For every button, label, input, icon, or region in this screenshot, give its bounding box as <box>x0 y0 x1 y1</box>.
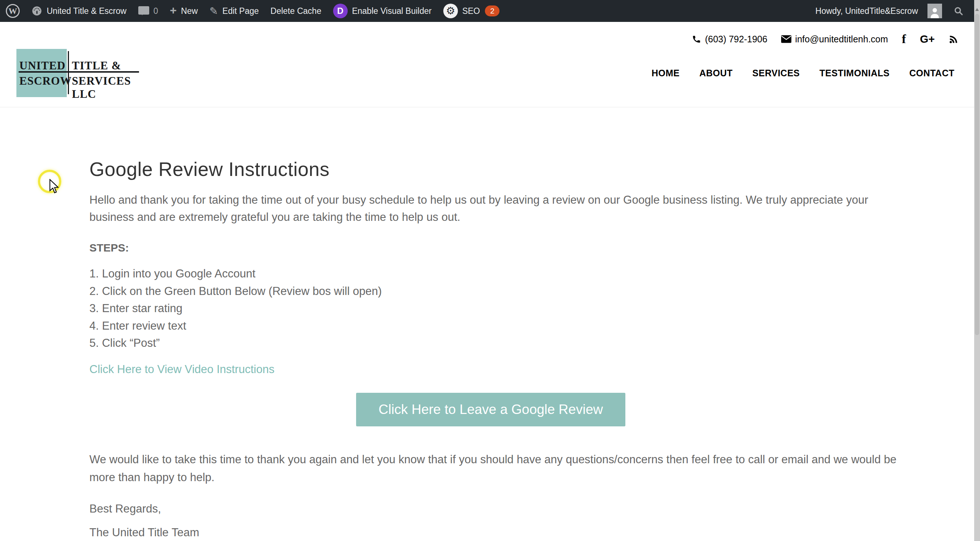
delete-cache-label: Delete Cache <box>270 6 321 16</box>
delete-cache-menu[interactable]: Delete Cache <box>264 0 327 22</box>
step-4: 4. Enter review text <box>89 317 907 335</box>
comments-count: 0 <box>154 6 158 16</box>
howdy-label: Howdy, UnitedTitle&Escrow <box>815 6 918 16</box>
facebook-icon[interactable]: f <box>902 32 906 46</box>
video-instructions-link[interactable]: Click Here to View Video Instructions <box>89 363 274 376</box>
outro-paragraph: We would like to take this time to thank… <box>89 450 907 486</box>
leave-review-button[interactable]: Click Here to Leave a Google Review <box>356 393 626 426</box>
page-title: Google Review Instructions <box>89 158 907 180</box>
main-nav: HOME ABOUT SERVICES TESTIMONIALS CONTACT <box>651 65 955 81</box>
steps-heading: STEPS: <box>89 242 907 254</box>
step-3: 3. Enter star rating <box>89 300 907 317</box>
site-header: UNITED TITLE & ESCROW SERVICES LLC (603)… <box>0 22 974 107</box>
logo-text-services: SERVICES LLC <box>72 75 151 101</box>
scrollbar-thumb[interactable] <box>975 14 979 335</box>
comments-menu[interactable]: 0 <box>132 0 164 22</box>
steps-list: 1. Login into you Google Account 2. Clic… <box>89 265 907 352</box>
button-row: Click Here to Leave a Google Review <box>89 393 892 426</box>
logo-text-united: UNITED <box>19 59 66 72</box>
header-contact-row: (603) 792-1906 info@unitedtitlenh.com f … <box>692 32 959 46</box>
seo-menu[interactable]: ⚙ SEO 2 <box>438 0 505 22</box>
logo-vertical-rule <box>68 51 69 94</box>
divi-icon: D <box>333 4 348 18</box>
rss-icon[interactable] <box>949 34 959 44</box>
wp-admin-bar: W United Title & Escrow <box>0 0 974 22</box>
seo-notification-badge: 2 <box>485 5 500 16</box>
seo-label: SEO <box>462 6 480 16</box>
edit-page-menu[interactable]: ✎ Edit Page <box>204 0 264 22</box>
vertical-scrollbar[interactable] <box>974 0 980 541</box>
search-icon <box>953 5 964 16</box>
edit-page-label: Edit Page <box>223 6 259 16</box>
step-1: 1. Login into you Google Account <box>89 265 907 282</box>
new-content-menu[interactable]: + New <box>164 0 204 22</box>
seo-gear-icon: ⚙ <box>443 4 458 18</box>
wordpress-logo-icon: W <box>6 4 20 18</box>
click-highlight-ring <box>38 170 61 193</box>
nav-item-home[interactable]: HOME <box>651 65 681 81</box>
logo-text-title: TITLE & <box>72 59 121 72</box>
gear-glyph: ⚙ <box>446 6 455 16</box>
screen: W United Title & Escrow <box>0 0 980 541</box>
admin-bar-right: Howdy, UnitedTitle&Escrow <box>810 0 974 22</box>
nav-item-testimonials[interactable]: TESTIMONIALS <box>819 65 890 81</box>
site-name-label: United Title & Escrow <box>47 6 127 16</box>
team-signature: The United Title Team <box>89 526 907 539</box>
google-plus-icon[interactable]: G+ <box>920 33 935 45</box>
step-2: 2. Click on the Green Button Below (Revi… <box>89 282 907 300</box>
visual-builder-label: Enable Visual Builder <box>352 6 432 16</box>
comment-bubble-icon <box>138 6 149 14</box>
step-5: 5. Click “Post” <box>89 334 907 352</box>
phone-link[interactable]: (603) 792-1906 <box>692 34 767 45</box>
visual-builder-menu[interactable]: D Enable Visual Builder <box>327 0 438 22</box>
phone-icon <box>692 34 701 44</box>
site-name-menu[interactable]: United Title & Escrow <box>25 0 132 22</box>
nav-item-about[interactable]: ABOUT <box>699 65 733 81</box>
dashboard-gauge-icon <box>31 5 42 16</box>
site-logo[interactable]: UNITED TITLE & ESCROW SERVICES LLC <box>16 47 151 99</box>
wp-logo-menu[interactable]: W <box>0 0 25 22</box>
logo-teal-square <box>16 49 67 97</box>
logo-text-escrow: ESCROW <box>19 75 72 88</box>
phone-number: (603) 792-1906 <box>705 34 767 45</box>
admin-search[interactable] <box>948 0 969 22</box>
email-link[interactable]: info@unitedtitlenh.com <box>781 34 888 45</box>
plus-icon: + <box>170 5 177 16</box>
new-label: New <box>181 6 198 16</box>
envelope-icon <box>781 35 791 43</box>
page-content: Google Review Instructions Hello and tha… <box>89 108 907 539</box>
nav-item-contact[interactable]: CONTACT <box>908 65 955 81</box>
nav-item-services[interactable]: SERVICES <box>752 65 800 81</box>
intro-paragraph: Hello and thank you for taking the time … <box>89 191 892 226</box>
scrollbar-up-arrow[interactable] <box>975 8 979 11</box>
pencil-icon: ✎ <box>209 5 218 17</box>
my-account-menu[interactable]: Howdy, UnitedTitle&Escrow <box>810 0 948 22</box>
avatar <box>928 4 942 18</box>
regards-text: Best Regards, <box>89 502 907 515</box>
email-address: info@unitedtitlenh.com <box>795 34 888 45</box>
mouse-cursor <box>49 179 60 194</box>
